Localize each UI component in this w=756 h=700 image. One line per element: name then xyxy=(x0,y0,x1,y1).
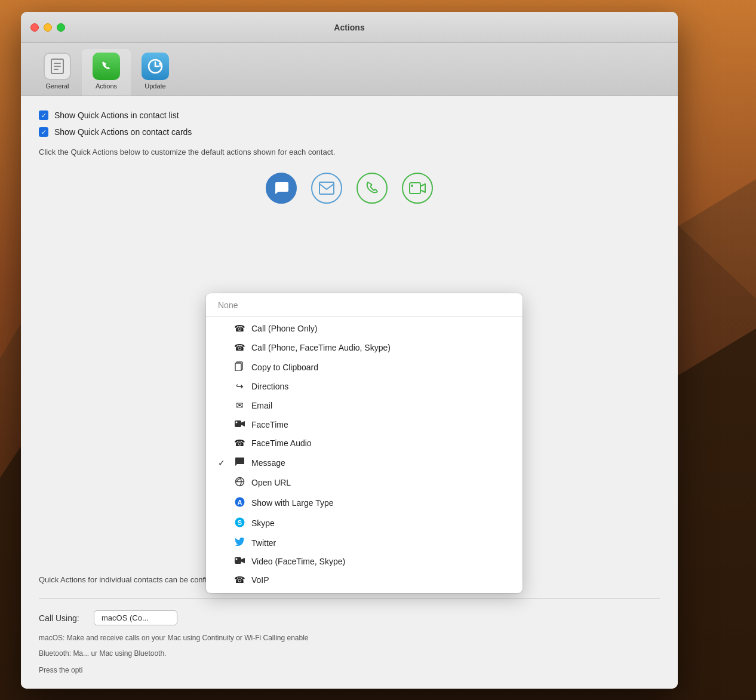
email-icon: ✉ xyxy=(233,400,245,411)
checkbox-row-2: ✓ Show Quick Actions on contact cards xyxy=(39,127,660,137)
call-desc-text-1: macOS: Make and receive calls on your Ma… xyxy=(39,633,660,643)
dropdown-item-email[interactable]: ✉ Email xyxy=(206,396,523,415)
main-window: Actions General xyxy=(21,12,678,689)
dropdown-item-open-url[interactable]: Open URL xyxy=(206,472,523,493)
description-text: Click the Quick Actions below to customi… xyxy=(39,146,660,158)
checkmark-message: ✓ xyxy=(218,458,228,468)
facetime-icon xyxy=(233,419,245,429)
svg-rect-14 xyxy=(319,182,334,194)
close-button[interactable] xyxy=(30,23,39,32)
window-title: Actions xyxy=(334,23,364,32)
svg-rect-8 xyxy=(54,63,61,64)
svg-point-20 xyxy=(235,422,237,423)
actions-icon xyxy=(93,53,120,80)
call-using-label: Call Using: xyxy=(39,613,87,623)
content-area: ✓ Show Quick Actions in contact list ✓ S… xyxy=(21,96,678,689)
divider-1 xyxy=(39,598,660,598)
qa-email-button[interactable] xyxy=(311,173,342,204)
large-type-icon: A xyxy=(233,497,245,509)
phone2-icon: ☎ xyxy=(233,342,245,353)
dropdown-item-show-large-type[interactable]: A Show with Large Type xyxy=(206,493,523,513)
update-tab-label: Update xyxy=(145,82,165,90)
checkbox-2-label: Show Quick Actions on contact cards xyxy=(54,127,192,137)
quick-actions-row xyxy=(39,173,660,204)
qa-message-button[interactable] xyxy=(266,173,297,204)
option-note: Press the opti xyxy=(39,666,660,674)
qa-video-button[interactable] xyxy=(402,173,433,204)
message-icon xyxy=(233,457,245,468)
call-using-select[interactable]: macOS (Co... xyxy=(94,610,177,625)
minimize-button[interactable] xyxy=(44,23,52,32)
dropdown-item-call-phone-facetime-skype[interactable]: ☎ Call (Phone, FaceTime Audio, Skype) xyxy=(206,338,523,357)
dropdown-item-voip[interactable]: ☎ VoIP xyxy=(206,570,523,590)
voip-icon: ☎ xyxy=(233,575,245,585)
checkbox-row-1: ✓ Show Quick Actions in contact list xyxy=(39,110,660,120)
directions-icon: ↪ xyxy=(233,381,245,392)
dropdown-item-message[interactable]: ✓ Message xyxy=(206,453,523,472)
svg-point-28 xyxy=(235,558,237,560)
copy-icon xyxy=(233,361,245,373)
dropdown-item-copy-clipboard[interactable]: Copy to Clipboard xyxy=(206,357,523,377)
maximize-button[interactable] xyxy=(57,23,65,32)
dropdown-item-twitter[interactable]: Twitter xyxy=(206,533,523,552)
open-url-icon xyxy=(233,477,245,489)
svg-text:A: A xyxy=(237,499,242,506)
dropdown-item-facetime-audio[interactable]: ☎ FaceTime Audio xyxy=(206,434,523,453)
svg-rect-9 xyxy=(54,66,61,67)
tab-actions[interactable]: Actions xyxy=(82,49,131,96)
toolbar: General Actions xyxy=(21,43,678,96)
actions-tab-label: Actions xyxy=(96,82,117,90)
phone-icon: ☎ xyxy=(233,323,245,334)
titlebar: Actions xyxy=(21,12,678,43)
skype-icon: S xyxy=(233,517,245,529)
general-icon xyxy=(44,53,71,80)
call-desc-text-2: Bluetooth: Ma... ur Mac using Bluetooth. xyxy=(39,648,660,659)
svg-rect-18 xyxy=(235,363,241,371)
tab-update[interactable]: Update xyxy=(131,49,180,96)
general-tab-label: General xyxy=(45,82,69,90)
checkbox-1-label: Show Quick Actions in contact list xyxy=(54,110,179,120)
tab-general[interactable]: General xyxy=(33,49,82,96)
dropdown-item-skype[interactable]: S Skype xyxy=(206,513,523,533)
svg-point-11 xyxy=(98,58,115,75)
checkbox-1[interactable]: ✓ xyxy=(39,110,48,120)
svg-text:S: S xyxy=(237,519,241,526)
svg-rect-15 xyxy=(410,183,420,194)
qa-phone-button[interactable] xyxy=(357,173,388,204)
svg-rect-10 xyxy=(54,69,59,70)
video-icon xyxy=(233,556,245,566)
dropdown-item-facetime[interactable]: FaceTime xyxy=(206,415,523,434)
dropdown-item-call-phone-only[interactable]: ☎ Call (Phone Only) xyxy=(206,319,523,338)
dropdown-none-label: None xyxy=(206,297,523,317)
dropdown-item-directions[interactable]: ↪ Directions xyxy=(206,377,523,396)
dropdown-item-video[interactable]: Video (FaceTime, Skype) xyxy=(206,552,523,570)
facetime-audio-icon: ☎ xyxy=(233,438,245,449)
checkbox-2[interactable]: ✓ xyxy=(39,127,48,137)
dropdown-menu: None ☎ Call (Phone Only) ☎ Call (Phone, … xyxy=(206,293,523,593)
svg-point-16 xyxy=(411,185,413,187)
svg-rect-19 xyxy=(235,420,241,427)
call-using-row: Call Using: macOS (Co... xyxy=(39,610,660,625)
svg-rect-27 xyxy=(235,557,241,564)
twitter-icon xyxy=(233,538,245,548)
window-controls xyxy=(30,23,65,32)
update-icon xyxy=(142,53,169,80)
